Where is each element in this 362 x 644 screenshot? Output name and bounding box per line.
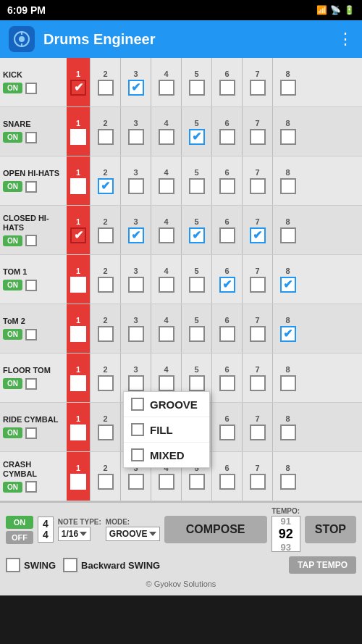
beat-checkbox-crash-cymbal-8[interactable]	[280, 474, 296, 490]
note-type-select[interactable]: 1/16	[58, 527, 90, 541]
beat-checkbox-kick-2[interactable]	[98, 80, 114, 96]
beat-checkbox-open-hi-hats-3[interactable]	[128, 178, 144, 194]
beat-checkbox-kick-8[interactable]	[280, 80, 296, 96]
beat-1-kick[interactable]	[70, 80, 86, 96]
swing-checkbox[interactable]	[6, 558, 20, 572]
on-button-floor-tom[interactable]: ON	[3, 378, 22, 389]
on-button-open-hi-hats[interactable]: ON	[3, 181, 22, 192]
on-button-tom2[interactable]: ON	[3, 329, 22, 340]
on-button-ride-cymbal[interactable]: ON	[3, 427, 22, 438]
backward-swing-checkbox[interactable]	[63, 558, 77, 572]
beat-1-tom2[interactable]	[70, 326, 86, 342]
row-checkbox-tom1[interactable]	[25, 280, 37, 291]
beat-1-ride-cymbal[interactable]	[70, 425, 86, 440]
beat-checkbox-snare-6[interactable]	[219, 129, 235, 145]
beat-checkbox-open-hi-hats-6[interactable]	[219, 178, 235, 194]
beat-checkbox-kick-6[interactable]	[219, 80, 235, 96]
beat-checkbox-crash-cymbal-2[interactable]	[98, 474, 114, 490]
beat-checkbox-tom2-5[interactable]	[189, 326, 205, 342]
beat-checkbox-closed-hi-hats-8[interactable]	[280, 227, 296, 243]
beat-checkbox-open-hi-hats-5[interactable]	[189, 178, 205, 194]
beat-checkbox-open-hi-hats-4[interactable]	[159, 178, 174, 194]
mode-select[interactable]: GROOVE	[106, 527, 160, 541]
beat-checkbox-ride-cymbal-6[interactable]	[219, 425, 235, 440]
dropdown-checkbox-fill[interactable]	[131, 423, 144, 436]
beat-checkbox-tom2-7[interactable]	[250, 326, 266, 342]
beat-1-tom1[interactable]	[70, 277, 86, 293]
beat-checkbox-floor-tom-4[interactable]	[159, 375, 174, 391]
beat-checkbox-open-hi-hats-8[interactable]	[280, 178, 296, 194]
beat-checkbox-crash-cymbal-6[interactable]	[219, 474, 235, 490]
beat-checkbox-kick-7[interactable]	[250, 80, 266, 96]
beat-checkbox-floor-tom-3[interactable]	[128, 375, 144, 391]
mode-dropdown[interactable]: GROOVEFILLMIXED	[123, 391, 210, 468]
beat-checkbox-open-hi-hats-7[interactable]	[250, 178, 266, 194]
beat-checkbox-crash-cymbal-7[interactable]	[250, 474, 266, 490]
time-signature[interactable]: 4 4	[38, 517, 54, 543]
row-checkbox-crash-cymbal[interactable]	[25, 481, 37, 493]
compose-button[interactable]: COMPOSE	[164, 516, 267, 543]
dropdown-checkbox-mixed[interactable]	[131, 448, 144, 461]
beat-checkbox-ride-cymbal-7[interactable]	[250, 425, 266, 440]
global-on-button[interactable]: ON	[6, 516, 33, 529]
row-checkbox-ride-cymbal[interactable]	[25, 427, 37, 439]
beat-checkbox-kick-5[interactable]	[189, 80, 205, 96]
beat-checkbox-crash-cymbal-4[interactable]	[159, 474, 174, 490]
row-checkbox-tom2[interactable]	[25, 329, 37, 340]
menu-icon[interactable]: ⋮	[337, 30, 353, 49]
beat-checkbox-snare-3[interactable]	[128, 129, 144, 145]
beat-checkbox-tom1-2[interactable]	[98, 277, 114, 293]
beat-checkbox-kick-3[interactable]	[128, 80, 144, 96]
beat-checkbox-tom1-7[interactable]	[250, 277, 266, 293]
beat-1-crash-cymbal[interactable]	[70, 474, 86, 490]
dropdown-item-mixed[interactable]: MIXED	[124, 443, 209, 467]
swing-item[interactable]: SWING	[6, 558, 56, 572]
beat-checkbox-tom2-3[interactable]	[128, 326, 144, 342]
beat-checkbox-snare-4[interactable]	[159, 129, 174, 145]
beat-checkbox-floor-tom-7[interactable]	[250, 375, 266, 391]
tap-tempo-button[interactable]: TAP TEMPO	[289, 556, 356, 574]
beat-checkbox-floor-tom-5[interactable]	[189, 375, 205, 391]
beat-checkbox-tom1-5[interactable]	[189, 277, 205, 293]
beat-checkbox-snare-8[interactable]	[280, 129, 296, 145]
beat-checkbox-crash-cymbal-3[interactable]	[128, 474, 144, 490]
beat-checkbox-tom1-4[interactable]	[159, 277, 174, 293]
backward-swing-item[interactable]: Backward SWING	[63, 558, 160, 572]
beat-1-snare[interactable]	[70, 129, 86, 145]
row-checkbox-snare[interactable]	[25, 132, 37, 143]
global-off-button[interactable]: OFF	[6, 531, 33, 544]
row-checkbox-closed-hi-hats[interactable]	[25, 235, 37, 246]
beat-checkbox-crash-cymbal-5[interactable]	[189, 474, 205, 490]
beat-checkbox-tom1-3[interactable]	[128, 277, 144, 293]
beat-checkbox-kick-4[interactable]	[159, 80, 174, 96]
row-checkbox-open-hi-hats[interactable]	[25, 181, 37, 193]
beat-checkbox-closed-hi-hats-6[interactable]	[219, 227, 235, 243]
dropdown-item-fill[interactable]: FILL	[124, 417, 209, 443]
dropdown-item-groove[interactable]: GROOVE	[124, 392, 209, 417]
stop-button[interactable]: STOP	[305, 516, 356, 543]
beat-checkbox-tom2-6[interactable]	[219, 326, 235, 342]
beat-checkbox-floor-tom-2[interactable]	[98, 375, 114, 391]
beat-checkbox-closed-hi-hats-3[interactable]	[128, 227, 144, 243]
beat-checkbox-open-hi-hats-2[interactable]	[98, 178, 114, 194]
beat-checkbox-tom2-8[interactable]	[280, 326, 296, 342]
dropdown-checkbox-groove[interactable]	[131, 398, 144, 411]
on-button-tom1[interactable]: ON	[3, 280, 22, 290]
beat-checkbox-tom1-8[interactable]	[280, 277, 296, 293]
beat-checkbox-ride-cymbal-8[interactable]	[280, 425, 296, 440]
beat-checkbox-snare-5[interactable]	[189, 129, 205, 145]
beat-checkbox-closed-hi-hats-7[interactable]	[250, 227, 266, 243]
beat-checkbox-closed-hi-hats-2[interactable]	[98, 227, 114, 243]
on-button-closed-hi-hats[interactable]: ON	[3, 235, 22, 246]
beat-checkbox-tom2-2[interactable]	[98, 326, 114, 342]
beat-checkbox-snare-7[interactable]	[250, 129, 266, 145]
row-checkbox-kick[interactable]	[25, 83, 37, 94]
tempo-scroll[interactable]: 91 92 93	[272, 516, 300, 552]
beat-1-floor-tom[interactable]	[70, 375, 86, 391]
beat-checkbox-ride-cymbal-2[interactable]	[98, 425, 114, 440]
beat-checkbox-tom1-6[interactable]	[219, 277, 235, 293]
beat-checkbox-floor-tom-8[interactable]	[280, 375, 296, 391]
on-button-snare[interactable]: ON	[3, 132, 22, 143]
beat-1-closed-hi-hats[interactable]	[70, 227, 86, 243]
beat-checkbox-closed-hi-hats-5[interactable]	[189, 227, 205, 243]
